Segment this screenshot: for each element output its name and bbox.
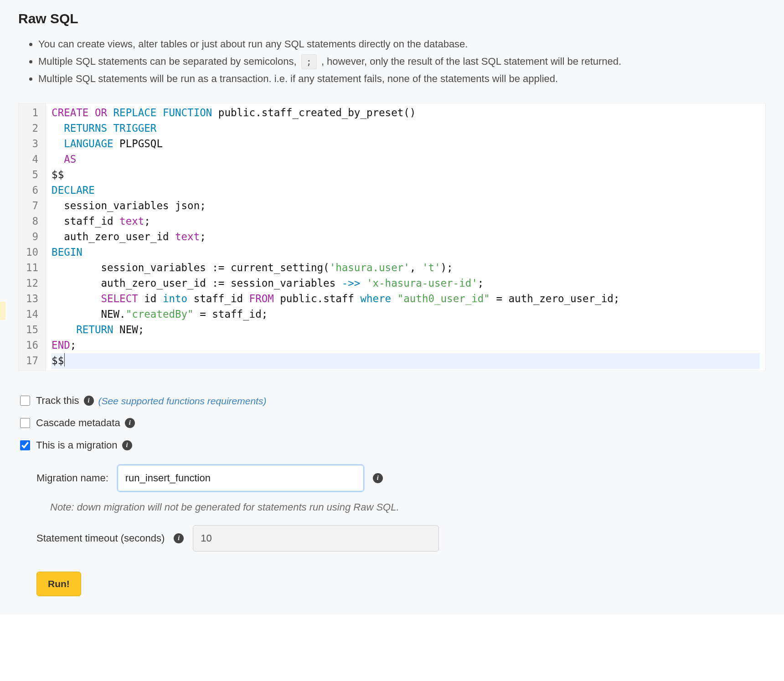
raw-sql-page: Raw SQL You can create views, alter tabl… xyxy=(0,0,784,614)
cascade-metadata-label: Cascade metadata xyxy=(36,416,120,430)
timeout-input[interactable] xyxy=(193,525,439,552)
track-this-label: Track this xyxy=(36,394,79,408)
info-icon[interactable]: i xyxy=(174,533,184,543)
sidebar-accent-stripe xyxy=(0,302,5,320)
migration-note: Note: down migration will not be generat… xyxy=(18,494,766,515)
info-icon[interactable]: i xyxy=(84,396,94,406)
editor-gutter: 1234567891011121314151617 xyxy=(19,103,46,371)
migration-name-input[interactable] xyxy=(118,465,364,491)
info-icon[interactable]: i xyxy=(122,440,132,450)
info-icon[interactable]: i xyxy=(125,418,135,428)
sql-editor[interactable]: 1234567891011121314151617 CREATE OR REPL… xyxy=(18,103,766,371)
editor-code[interactable]: CREATE OR REPLACE FUNCTION public.staff_… xyxy=(46,103,765,371)
intro-notes: You can create views, alter tables or ju… xyxy=(0,30,784,94)
info-icon[interactable]: i xyxy=(373,473,383,483)
intro-bullet: Multiple SQL statements can be separated… xyxy=(38,54,766,69)
intro-bullet: You can create views, alter tables or ju… xyxy=(38,36,766,52)
semicolon-kbd: ; xyxy=(301,54,317,69)
timeout-label: Statement timeout (seconds) xyxy=(36,532,165,544)
migration-name-label: Migration name: xyxy=(36,472,108,484)
run-button[interactable]: Run! xyxy=(36,572,81,596)
migration-checkbox[interactable] xyxy=(20,440,30,450)
track-hint-link[interactable]: (See supported functions requirements) xyxy=(98,394,267,408)
migration-label: This is a migration xyxy=(36,439,118,453)
track-this-checkbox[interactable] xyxy=(20,396,30,406)
intro-bullet: Multiple SQL statements will be run as a… xyxy=(38,71,766,87)
cascade-metadata-checkbox[interactable] xyxy=(20,418,30,428)
page-title: Raw SQL xyxy=(18,11,766,26)
